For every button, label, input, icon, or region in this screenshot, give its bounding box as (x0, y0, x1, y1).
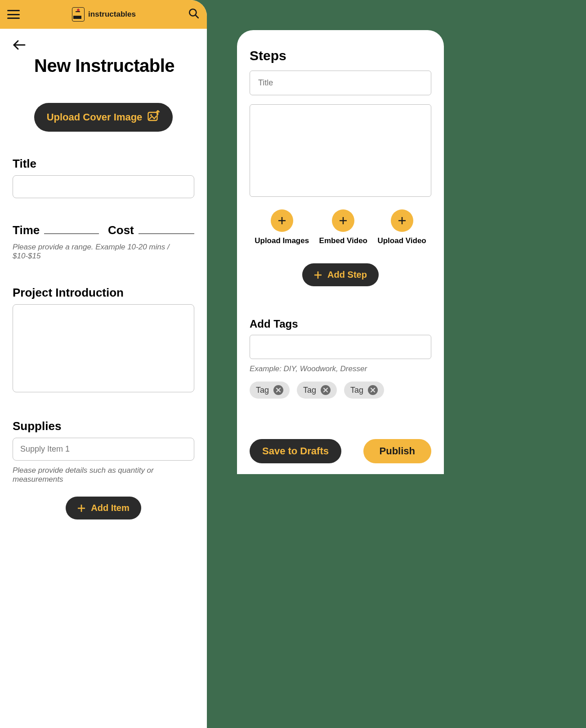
search-icon[interactable] (188, 8, 200, 21)
tag-chip-label: Tag (303, 386, 316, 395)
upload-images-button[interactable] (271, 209, 293, 232)
tag-chip-label: Tag (350, 386, 363, 395)
time-label: Time (13, 223, 40, 237)
step-body-textarea[interactable] (250, 104, 431, 197)
brand[interactable]: instructables (72, 7, 136, 22)
embed-video-label: Embed Video (319, 236, 367, 245)
add-item-label: Add Item (91, 503, 130, 513)
add-step-label: Add Step (327, 270, 367, 280)
embed-video-option: Embed Video (319, 209, 367, 245)
tag-chip: Tag (297, 382, 337, 399)
cost-label: Cost (108, 223, 134, 237)
remove-tag-icon[interactable] (321, 385, 331, 395)
steps-heading: Steps (250, 48, 431, 63)
page-title: New Instructable (34, 56, 194, 76)
brand-text: instructables (88, 10, 136, 19)
add-item-button[interactable]: Add Item (66, 497, 141, 519)
upload-video-label: Upload Video (377, 236, 426, 245)
upload-cover-button[interactable]: Upload Cover Image (34, 103, 173, 132)
publish-button[interactable]: Publish (363, 439, 431, 463)
supplies-hint: Please provide details such as quantity … (13, 466, 194, 484)
add-step-button[interactable]: Add Step (302, 263, 379, 286)
image-upload-icon (148, 110, 160, 124)
tags-heading: Add Tags (250, 318, 431, 330)
title-input[interactable] (13, 175, 194, 198)
tags-input[interactable] (250, 335, 431, 359)
step-title-input[interactable] (250, 71, 431, 95)
upload-video-option: Upload Video (377, 209, 426, 245)
robot-logo-icon (72, 7, 85, 22)
upload-images-option: Upload Images (255, 209, 309, 245)
intro-textarea[interactable] (13, 304, 194, 392)
upload-video-button[interactable] (391, 209, 413, 232)
screen-new-instructable: instructables New Instructable Upload Co… (0, 0, 207, 728)
title-label: Title (13, 157, 194, 171)
upload-cover-label: Upload Cover Image (47, 111, 143, 123)
back-icon[interactable] (13, 40, 194, 52)
svg-line-1 (196, 15, 198, 18)
app-topbar: instructables (0, 0, 207, 29)
remove-tag-icon[interactable] (368, 385, 378, 395)
remove-tag-icon[interactable] (273, 385, 283, 395)
intro-label: Project Introduction (13, 286, 194, 300)
tag-chip-label: Tag (256, 386, 269, 395)
supplies-label: Supplies (13, 419, 194, 433)
save-to-drafts-button[interactable]: Save to Drafts (250, 439, 341, 463)
publish-label: Publish (380, 445, 415, 457)
embed-video-button[interactable] (332, 209, 354, 232)
time-input-line[interactable] (44, 233, 99, 234)
time-cost-hint: Please provide a range. Example 10-20 mi… (13, 243, 194, 261)
tags-hint: Example: DIY, Woodwork, Dresser (250, 364, 431, 373)
tag-chip: Tag (344, 382, 384, 399)
cost-input-line[interactable] (139, 233, 194, 234)
menu-icon[interactable] (7, 10, 20, 19)
supply-item-input[interactable] (13, 438, 194, 461)
tag-chip: Tag (250, 382, 290, 399)
svg-point-4 (150, 114, 152, 116)
save-to-drafts-label: Save to Drafts (262, 445, 329, 457)
screen-steps-tags: Steps Upload Images Embed Video Upload (237, 30, 444, 474)
upload-images-label: Upload Images (255, 236, 309, 245)
